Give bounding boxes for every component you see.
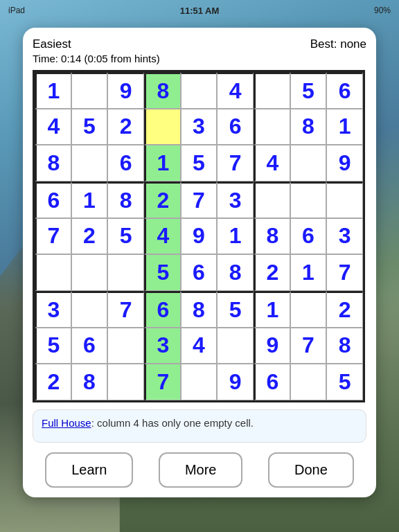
cell-8-2[interactable]	[107, 364, 144, 400]
difficulty-label: Easiest	[33, 37, 71, 51]
cell-2-2[interactable]: 6	[107, 145, 144, 181]
cell-6-5[interactable]: 5	[217, 291, 254, 328]
cell-8-8[interactable]: 5	[326, 364, 363, 400]
cell-3-5[interactable]: 3	[217, 181, 254, 218]
cell-2-1[interactable]	[71, 145, 108, 181]
cell-7-6[interactable]: 9	[254, 328, 290, 364]
cell-1-6[interactable]	[254, 109, 290, 145]
main-panel: Easiest Best: none Time: 0:14 (0:05 from…	[23, 28, 376, 497]
cell-7-8[interactable]: 8	[326, 328, 363, 364]
cell-3-4[interactable]: 7	[181, 181, 218, 218]
cell-8-5[interactable]: 9	[217, 364, 254, 400]
done-button[interactable]: Done	[268, 452, 354, 488]
cell-6-1[interactable]	[71, 291, 108, 328]
status-battery: 90%	[374, 6, 391, 15]
status-left: iPad	[8, 6, 25, 15]
cell-8-0[interactable]: 2	[35, 364, 71, 400]
cell-5-6[interactable]: 2	[254, 254, 290, 291]
sudoku-grid: 1984564523681861574961827372549186356821…	[33, 70, 365, 402]
cell-5-4[interactable]: 6	[181, 254, 218, 291]
cell-0-1[interactable]	[71, 72, 108, 109]
cell-1-0[interactable]: 4	[35, 109, 71, 145]
cell-4-8[interactable]: 3	[326, 218, 363, 255]
cell-2-7[interactable]	[290, 145, 327, 181]
cell-4-6[interactable]: 8	[254, 218, 290, 255]
cell-7-5[interactable]	[217, 328, 254, 364]
cell-1-2[interactable]: 2	[107, 109, 144, 145]
cell-8-3[interactable]: 7	[144, 364, 181, 400]
cell-4-5[interactable]: 1	[217, 218, 254, 255]
cell-6-3[interactable]: 6	[144, 291, 181, 328]
cell-8-6[interactable]: 6	[254, 364, 290, 400]
cell-7-3[interactable]: 3	[144, 328, 181, 364]
cell-3-6[interactable]	[254, 181, 290, 218]
cell-6-7[interactable]	[290, 291, 327, 328]
cell-8-1[interactable]: 8	[71, 364, 108, 400]
cell-5-2[interactable]	[107, 254, 144, 291]
best-label: Best: none	[310, 37, 366, 51]
cell-5-8[interactable]: 7	[326, 254, 363, 291]
cell-5-7[interactable]: 1	[290, 254, 327, 291]
cell-1-7[interactable]: 8	[290, 109, 327, 145]
cell-1-5[interactable]: 6	[217, 109, 254, 145]
cell-2-8[interactable]: 9	[326, 145, 363, 181]
cell-0-5[interactable]: 4	[217, 72, 254, 109]
learn-button[interactable]: Learn	[45, 452, 133, 488]
cell-0-3[interactable]: 8	[144, 72, 181, 109]
cell-4-7[interactable]: 6	[290, 218, 327, 255]
buttons-row: Learn More Done	[33, 452, 366, 488]
cell-4-0[interactable]: 7	[35, 218, 71, 255]
cell-0-0[interactable]: 1	[35, 72, 71, 109]
cell-8-7[interactable]	[290, 364, 327, 400]
cell-5-5[interactable]: 8	[217, 254, 254, 291]
cell-1-8[interactable]: 1	[326, 109, 363, 145]
cell-0-8[interactable]: 6	[326, 72, 363, 109]
cell-3-7[interactable]	[290, 181, 327, 218]
cell-6-6[interactable]: 1	[254, 291, 290, 328]
cell-1-1[interactable]: 5	[71, 109, 108, 145]
cell-4-4[interactable]: 9	[181, 218, 218, 255]
cell-4-1[interactable]: 2	[71, 218, 108, 255]
cell-2-0[interactable]: 8	[35, 145, 71, 181]
cell-5-1[interactable]	[71, 254, 108, 291]
cell-7-0[interactable]: 5	[35, 328, 71, 364]
cell-3-1[interactable]: 1	[71, 181, 108, 218]
cell-0-2[interactable]: 9	[107, 72, 144, 109]
cell-1-4[interactable]: 3	[181, 109, 218, 145]
status-time: 11:51 AM	[180, 6, 220, 16]
cell-3-0[interactable]: 6	[35, 181, 71, 218]
cell-2-6[interactable]: 4	[254, 145, 290, 181]
cell-4-2[interactable]: 5	[107, 218, 144, 255]
cell-7-7[interactable]: 7	[290, 328, 327, 364]
cell-7-2[interactable]	[107, 328, 144, 364]
cell-7-1[interactable]: 6	[71, 328, 108, 364]
more-button[interactable]: More	[159, 452, 243, 488]
cell-1-3[interactable]	[144, 109, 181, 145]
cell-7-4[interactable]: 4	[181, 328, 218, 364]
cell-3-3[interactable]: 2	[144, 181, 181, 218]
cell-6-8[interactable]: 2	[326, 291, 363, 328]
cell-0-7[interactable]: 5	[290, 72, 327, 109]
hint-text: : column 4 has only one empty cell.	[91, 417, 254, 429]
cell-6-0[interactable]: 3	[35, 291, 71, 328]
hint-link[interactable]: Full House	[42, 417, 91, 429]
cell-3-8[interactable]	[326, 181, 363, 218]
cell-0-4[interactable]	[181, 72, 218, 109]
cell-6-2[interactable]: 7	[107, 291, 144, 328]
time-label: Time: 0:14 (0:05 from hints)	[33, 53, 366, 64]
cell-5-3[interactable]: 5	[144, 254, 181, 291]
cell-2-4[interactable]: 5	[181, 145, 218, 181]
cell-5-0[interactable]	[35, 254, 71, 291]
cell-2-5[interactable]: 7	[217, 145, 254, 181]
cell-0-6[interactable]	[254, 72, 290, 109]
cell-3-2[interactable]: 8	[107, 181, 144, 218]
hint-box: Full House: column 4 has only one empty …	[33, 409, 366, 443]
cell-2-3[interactable]: 1	[144, 145, 181, 181]
cell-8-4[interactable]	[181, 364, 218, 400]
cell-4-3[interactable]: 4	[144, 218, 181, 255]
cell-6-4[interactable]: 8	[181, 291, 218, 328]
